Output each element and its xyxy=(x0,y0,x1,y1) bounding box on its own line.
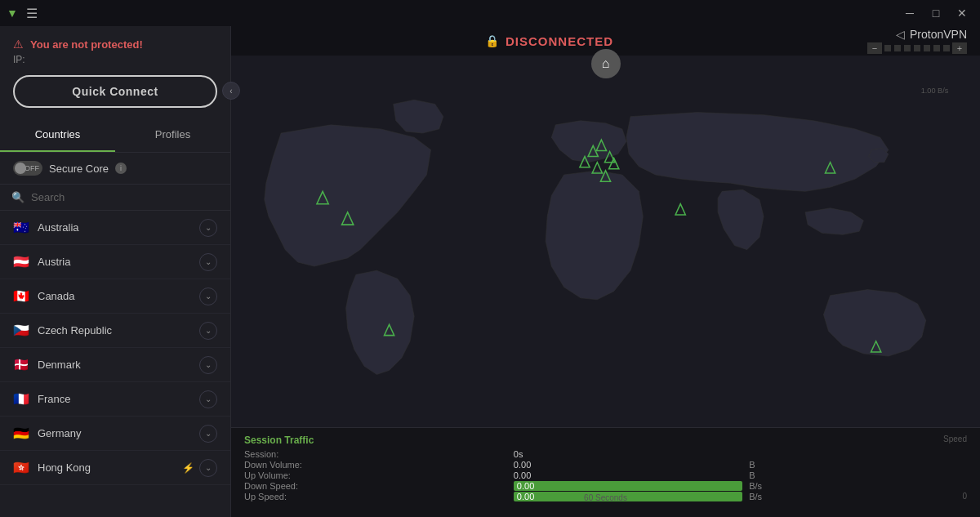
down-vol-label: Down Volume: xyxy=(244,460,507,470)
session-label: Session: xyxy=(244,449,507,459)
germany-flag-icon: 🇩🇪 xyxy=(13,428,29,439)
quick-connect-button[interactable]: Quick Connect xyxy=(13,75,217,108)
country-name-australia: Australia xyxy=(38,221,199,234)
home-button[interactable]: ⌂ xyxy=(591,49,621,78)
speed-segment-6 xyxy=(933,45,940,51)
denmark-flag-icon: 🇩🇰 xyxy=(13,359,29,371)
window-controls: ─ □ ✕ xyxy=(898,4,973,22)
expand-hong-kong-button[interactable]: ⌄ xyxy=(199,459,217,477)
app-logo-icon: ▼ xyxy=(7,7,18,20)
country-item-australia[interactable]: 🇦🇺 Australia ⌄ xyxy=(0,211,230,245)
czech-flag-icon: 🇨🇿 xyxy=(13,325,29,336)
secure-core-toggle[interactable]: OFF xyxy=(13,161,42,176)
info-icon[interactable]: i xyxy=(115,163,127,174)
up-vol-value: 0.00 xyxy=(514,470,742,480)
protection-status: ⚠ You are not protected! xyxy=(13,38,217,51)
session-value: 0s xyxy=(514,449,742,459)
right-panel: 🔒 DISCONNECTED ◁ ProtonVPN − + xyxy=(231,26,980,517)
down-vol-unit: B xyxy=(749,460,967,470)
speed-plus-button[interactable]: + xyxy=(952,42,967,54)
tab-profiles[interactable]: Profiles xyxy=(115,118,230,152)
world-map: 1.00 B/s xyxy=(231,56,980,427)
country-item-denmark[interactable]: 🇩🇰 Denmark ⌄ xyxy=(0,348,230,382)
titlebar-left: ▼ ☰ xyxy=(7,6,38,21)
country-name-hong-kong: Hong Kong xyxy=(38,461,182,474)
ip-line: IP: xyxy=(13,54,217,65)
sidebar-top: ⚠ You are not protected! IP: Quick Conne… xyxy=(0,26,230,118)
secure-core-row: OFF Secure Core i xyxy=(0,153,230,185)
expand-austria-button[interactable]: ⌄ xyxy=(199,253,217,271)
traffic-panel: Speed Session Traffic Session: 0s Down V… xyxy=(231,427,980,517)
lock-icon: 🔒 xyxy=(485,34,499,47)
tab-countries[interactable]: Countries xyxy=(0,118,115,152)
toggle-off-label: OFF xyxy=(24,164,39,172)
country-name-austria: Austria xyxy=(38,256,199,268)
up-speed-value: 0.00 xyxy=(514,492,742,501)
chart-corner-value: 0 xyxy=(962,492,967,501)
country-name-canada: Canada xyxy=(38,290,199,302)
protonvpn-branding: ◁ ProtonVPN − + xyxy=(867,28,967,54)
time-axis-label: 60 Seconds xyxy=(584,493,627,502)
connection-status-badge: 🔒 DISCONNECTED xyxy=(231,34,867,48)
country-list: 🇦🇺 Australia ⌄ 🇦🇹 Austria ⌄ 🇨🇦 Canada ⌄ … xyxy=(0,211,230,517)
down-speed-unit: B/s xyxy=(749,481,967,491)
expand-denmark-button[interactable]: ⌄ xyxy=(199,356,217,374)
up-speed-unit: B/s xyxy=(749,492,967,501)
france-flag-icon: 🇫🇷 xyxy=(13,394,29,405)
speed-segment-5 xyxy=(924,45,930,51)
country-item-austria[interactable]: 🇦🇹 Austria ⌄ xyxy=(0,245,230,279)
toggle-knob xyxy=(15,163,26,174)
expand-czech-button[interactable]: ⌄ xyxy=(199,322,217,340)
brand-name-text: ProtonVPN xyxy=(910,28,967,41)
country-name-france: France xyxy=(38,393,199,405)
expand-france-button[interactable]: ⌄ xyxy=(199,390,217,408)
country-name-denmark: Denmark xyxy=(38,359,199,371)
speed-segment-2 xyxy=(894,45,901,51)
down-speed-label: Down Speed: xyxy=(244,481,507,491)
lightning-icon: ⚡ xyxy=(182,462,194,474)
protection-status-text: You are not protected! xyxy=(30,38,143,51)
brand-name: ◁ ProtonVPN xyxy=(896,28,967,41)
close-button[interactable]: ✕ xyxy=(951,4,973,22)
country-item-germany[interactable]: 🇩🇪 Germany ⌄ xyxy=(0,417,230,451)
down-speed-value: 0.00 xyxy=(514,481,742,491)
up-vol-unit: B xyxy=(749,470,967,480)
menu-icon[interactable]: ☰ xyxy=(26,6,38,21)
up-speed-label: Up Speed: xyxy=(244,492,507,501)
speed-segment-1 xyxy=(884,45,891,51)
up-vol-label: Up Volume: xyxy=(244,470,507,480)
expand-australia-button[interactable]: ⌄ xyxy=(199,219,217,237)
country-name-germany: Germany xyxy=(38,427,199,439)
speed-axis-label: Speed xyxy=(943,435,967,443)
canada-flag-icon: 🇨🇦 xyxy=(13,291,29,302)
map-container: 1.00 B/s xyxy=(231,56,980,427)
hong-kong-flag-icon: 🇭🇰 xyxy=(13,462,29,474)
main-area: ⚠ You are not protected! IP: Quick Conne… xyxy=(0,26,980,517)
country-item-canada[interactable]: 🇨🇦 Canada ⌄ xyxy=(0,279,230,314)
svg-text:1.00 B/s: 1.00 B/s xyxy=(921,87,949,95)
speed-bar: − + xyxy=(867,42,967,54)
minimize-button[interactable]: ─ xyxy=(898,4,921,22)
titlebar: ▼ ☰ ─ □ ✕ xyxy=(0,0,980,26)
country-item-czech-republic[interactable]: 🇨🇿 Czech Republic ⌄ xyxy=(0,314,230,348)
search-input[interactable] xyxy=(31,191,219,203)
expand-germany-button[interactable]: ⌄ xyxy=(199,425,217,443)
speed-segment-4 xyxy=(914,45,920,51)
sidebar-tabs: Countries Profiles xyxy=(0,118,230,153)
session-traffic-title: Session Traffic xyxy=(244,435,967,446)
expand-canada-button[interactable]: ⌄ xyxy=(199,287,217,305)
australia-flag-icon: 🇦🇺 xyxy=(13,222,29,234)
down-vol-value: 0.00 xyxy=(514,460,742,470)
disconnected-text: DISCONNECTED xyxy=(506,34,613,48)
collapse-sidebar-button[interactable]: ‹ xyxy=(222,82,240,100)
proton-logo-icon: ◁ xyxy=(896,28,905,41)
secure-core-label: Secure Core xyxy=(49,163,109,175)
speed-minus-button[interactable]: − xyxy=(867,42,882,54)
country-name-czech-republic: Czech Republic xyxy=(38,324,199,336)
session-unit xyxy=(749,449,967,459)
speed-segment-7 xyxy=(943,45,950,51)
country-item-france[interactable]: 🇫🇷 France ⌄ xyxy=(0,382,230,417)
maximize-button[interactable]: □ xyxy=(924,4,947,22)
sidebar: ⚠ You are not protected! IP: Quick Conne… xyxy=(0,26,231,517)
country-item-hong-kong[interactable]: 🇭🇰 Hong Kong ⚡ ⌄ xyxy=(0,451,230,485)
